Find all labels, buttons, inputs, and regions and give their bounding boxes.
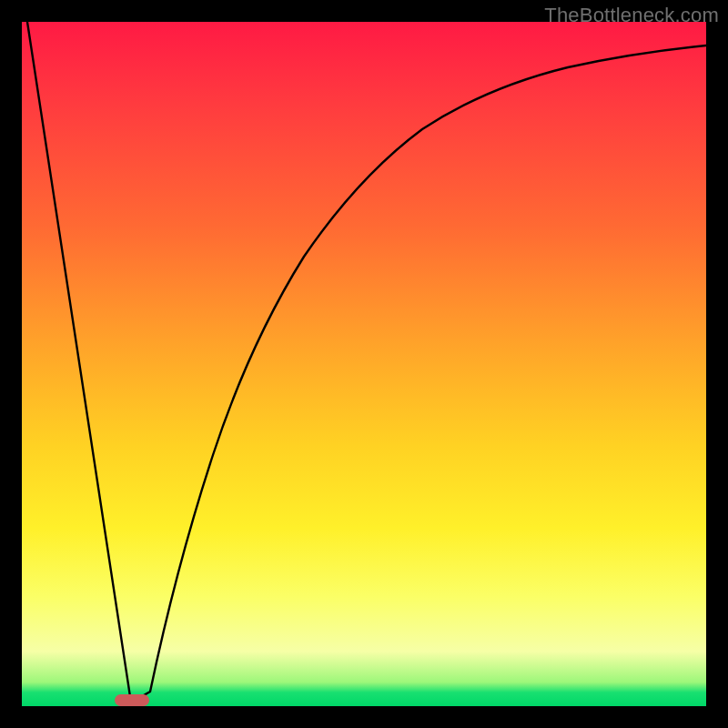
watermark-text: TheBottleneck.com — [544, 4, 719, 27]
curve-path — [27, 22, 706, 703]
plot-area — [22, 22, 706, 706]
chart-frame: TheBottleneck.com — [0, 0, 728, 728]
bottleneck-curve — [22, 22, 706, 706]
optimal-marker — [115, 694, 149, 706]
